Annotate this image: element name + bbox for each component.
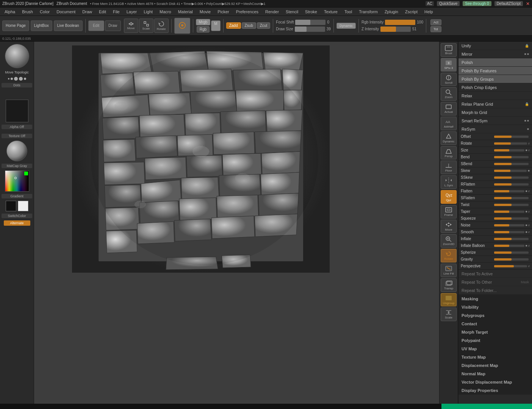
burst-btn[interactable]: Brust [441, 43, 457, 57]
taper-slider[interactable] [494, 211, 524, 213]
quicksave-btn[interactable]: QuickSave [437, 1, 460, 6]
texture-label[interactable]: Texture Off [2, 134, 32, 138]
switch-color-label[interactable]: SwitchColor [2, 214, 32, 218]
morph-target-header[interactable]: Morph Target [458, 328, 532, 336]
inflate-slider[interactable] [494, 238, 529, 240]
resym-btn[interactable]: ReSym ■ [458, 125, 532, 133]
rflatten-slider[interactable] [494, 183, 529, 186]
skew-slider[interactable] [494, 170, 527, 172]
menu-zscript[interactable]: Zscript [402, 9, 421, 15]
alpha-preview[interactable] [6, 100, 28, 122]
edit-btn[interactable]: Edit [88, 20, 104, 31]
move-tool-btn[interactable]: Move [441, 220, 457, 233]
menu-brush[interactable]: Brush [19, 9, 36, 15]
persp-btn[interactable]: Persp [441, 146, 457, 160]
move-btn[interactable]: Move [124, 19, 138, 33]
matcap-preview[interactable] [6, 140, 27, 161]
spherize-row[interactable]: Spherize [458, 249, 532, 256]
qyz-btn[interactable]: Qyz Qyz [441, 190, 457, 204]
menu-light[interactable]: Light [141, 9, 156, 15]
spherize-slider[interactable] [494, 251, 529, 254]
rotate-btn[interactable]: Rotate [154, 19, 169, 33]
menu-movie[interactable]: Movie [197, 9, 214, 15]
masking-header[interactable]: Masking [458, 295, 532, 303]
viewport-canvas[interactable] [72, 45, 330, 273]
dynamic-btn[interactable]: Dynamic [441, 131, 457, 145]
menu-color[interactable]: Color [37, 9, 53, 15]
inflate-row[interactable]: Inflate [458, 236, 532, 242]
rotate-row[interactable]: Rotate z [458, 140, 532, 147]
seethrough-btn[interactable]: See-through 0 [463, 1, 491, 6]
dots-label[interactable]: Dots [2, 83, 32, 87]
rgb-intensity-slider[interactable] [385, 20, 415, 25]
contact-header[interactable]: Contact [458, 320, 532, 328]
actual-btn[interactable]: Actual [441, 102, 457, 116]
menu-transform[interactable]: Transform [356, 9, 381, 15]
repeat-to-folder-btn[interactable]: Repeat To Folder... [458, 286, 532, 295]
polish-btn[interactable]: Polish [458, 58, 532, 67]
swatch-white[interactable] [18, 201, 28, 211]
twist-slider[interactable] [494, 204, 529, 206]
sskew-row[interactable]: SSkew [458, 174, 532, 181]
relax-btn[interactable]: Relax [458, 92, 532, 100]
vector-displacement-map-header[interactable]: Vector Displacement Map [458, 378, 532, 386]
menu-document[interactable]: Document [53, 9, 78, 15]
repeat-to-other-btn[interactable]: Repeat To Other Mask [458, 278, 532, 286]
aahalf-btn[interactable]: AA AAHalf [441, 117, 457, 130]
floor-btn[interactable]: Floor [441, 161, 457, 174]
menu-picker[interactable]: Picker [214, 9, 232, 15]
menu-layer[interactable]: Layer [124, 9, 140, 15]
color-picker[interactable] [5, 170, 29, 192]
spix-btn[interactable]: 3 SPix 3 [441, 58, 457, 72]
bend-row[interactable]: Bend [458, 154, 532, 161]
matcap-label[interactable]: MatCap Gray [2, 164, 32, 168]
noise-row[interactable]: Noise ■ z [458, 222, 532, 229]
sbend-row[interactable]: SBend [458, 161, 532, 167]
displacement-map-header[interactable]: Displacement Map [458, 361, 532, 370]
sflatten-row[interactable]: SFlatten [458, 195, 532, 201]
smooth-slider[interactable] [494, 231, 524, 233]
menu-macro[interactable]: Macro [156, 9, 174, 15]
brush-preview[interactable] [5, 44, 29, 68]
zoom-btn[interactable]: Zoom [441, 87, 457, 101]
gradient-label[interactable]: Gradient [2, 194, 32, 198]
focal-shift-slider[interactable] [295, 20, 325, 25]
menu-help[interactable]: Help [421, 9, 436, 15]
taper-row[interactable]: Taper ■ z [458, 208, 532, 215]
size-slider[interactable] [494, 149, 524, 151]
menu-draw[interactable]: Draw [79, 9, 95, 15]
offset-row[interactable]: Offset [458, 133, 532, 140]
draw-size-slider[interactable] [295, 27, 325, 32]
twist-row[interactable]: Twist [458, 201, 532, 208]
polypaint-header[interactable]: Polypaint [458, 336, 532, 345]
menu-alpha[interactable]: Alpha [2, 9, 18, 15]
menu-preferences[interactable]: Preferences [233, 9, 261, 15]
mirror-btn[interactable]: Mirror ■ ■ [458, 50, 532, 58]
sskew-slider[interactable] [494, 176, 529, 179]
draw-btn[interactable]: Draw [105, 20, 121, 31]
menu-stroke[interactable]: Stroke [302, 9, 320, 15]
zcut-btn[interactable]: Zcut [257, 22, 270, 29]
squeeze-row[interactable]: Squeeze [458, 215, 532, 222]
polygroups-header[interactable]: Polygroups [458, 311, 532, 320]
mrgb-btn[interactable]: Mrgb [196, 19, 211, 25]
tot-btn[interactable]: Tot [430, 26, 441, 32]
offset-slider[interactable] [494, 136, 529, 138]
canvas-area[interactable] [34, 42, 439, 404]
live-boolean-btn[interactable]: Live Boolean [54, 20, 83, 31]
menu-tool[interactable]: Tool [341, 9, 355, 15]
sbend-slider[interactable] [494, 163, 529, 165]
rotate-tool-btn[interactable]: Rotate [441, 249, 457, 262]
flatten-row[interactable]: Flatten ■ z [458, 188, 532, 195]
menu-edit[interactable]: Edit [96, 9, 109, 15]
scroll-btn[interactable]: Scroll [441, 73, 457, 86]
unify-btn[interactable]: Unify 🔒 [458, 42, 532, 50]
m-btn[interactable]: M [211, 20, 220, 31]
frame-btn[interactable]: Frame [441, 205, 457, 219]
noise-slider[interactable] [494, 224, 524, 226]
menu-file[interactable]: File [110, 9, 123, 15]
morph-to-grid-btn[interactable]: Morph to Grid [458, 108, 532, 117]
lightbox-btn[interactable]: LightBox [31, 20, 52, 31]
home-page-btn[interactable]: Home Page [2, 20, 29, 31]
squeeze-slider[interactable] [494, 217, 529, 220]
